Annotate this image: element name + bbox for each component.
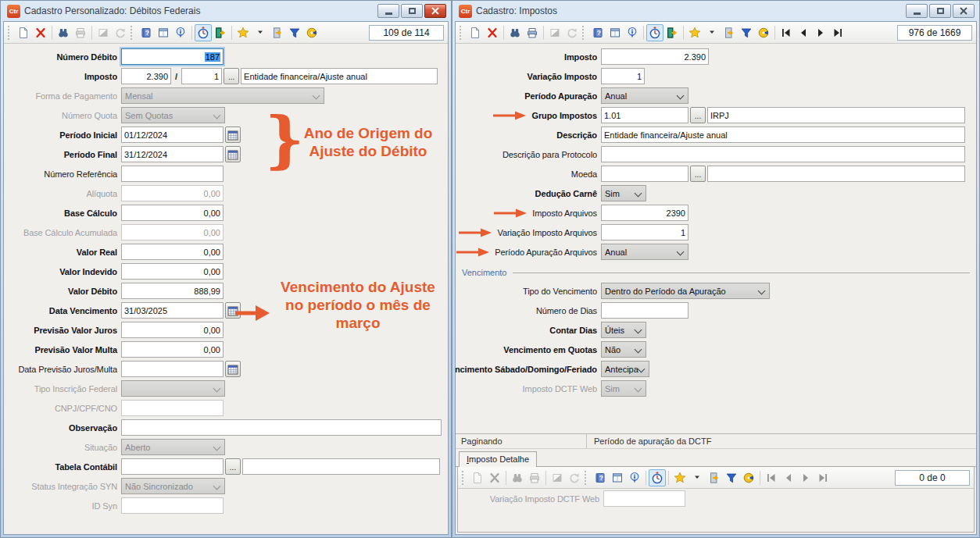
imposto-input[interactable] xyxy=(181,68,222,84)
data-previsao-juros-multa-input[interactable] xyxy=(121,361,224,377)
lock-ball-icon[interactable] xyxy=(755,24,772,41)
vencimento-em-quotas-combo[interactable]: Não xyxy=(601,341,646,358)
timer-icon[interactable] xyxy=(195,24,212,41)
toolbar-gripper[interactable] xyxy=(460,26,463,40)
left-titlebar[interactable]: Ctr Cadastro Personalizado: Débitos Fede… xyxy=(3,1,449,21)
help-book-icon[interactable]: ? xyxy=(592,469,609,486)
tabela-contabil-input[interactable] xyxy=(242,458,440,475)
caret-down-icon[interactable] xyxy=(703,24,721,41)
info-balloon-icon[interactable] xyxy=(172,24,189,41)
data-vencimento-input[interactable] xyxy=(121,302,224,319)
help-book-icon[interactable]: ? xyxy=(138,24,155,41)
go-to-icon[interactable] xyxy=(269,24,286,41)
periodo-final-calendar-button[interactable] xyxy=(225,146,241,162)
periodo-apuracao-arquivos-combo[interactable]: Anual xyxy=(601,244,689,260)
periodo-inicial-input[interactable] xyxy=(121,126,224,143)
deducao-carne-combo[interactable]: Sim xyxy=(601,185,646,201)
descricao-input[interactable] xyxy=(601,126,965,143)
right-titlebar[interactable]: Ctr Cadastro: Impostos xyxy=(455,1,977,21)
imposto-input[interactable] xyxy=(601,48,709,65)
tipo-vencimento-combo[interactable]: Dentro do Período da Apuração xyxy=(601,283,770,299)
previsao-valor-juros-input[interactable] xyxy=(121,322,224,338)
vencimento-sabado-domingo-feriado-combo[interactable]: Antecipa xyxy=(601,361,649,377)
search-binoculars-icon[interactable] xyxy=(55,24,72,41)
toolbar-gripper[interactable] xyxy=(462,471,466,485)
lock-ball-icon[interactable] xyxy=(740,469,757,486)
timer-icon[interactable] xyxy=(649,469,666,486)
favorites-star-icon[interactable] xyxy=(234,24,252,41)
toolbar-gripper[interactable] xyxy=(131,26,134,40)
imposto-arquivos-input[interactable] xyxy=(601,205,689,221)
valor-indevido-input[interactable] xyxy=(121,263,224,280)
favorites-star-icon[interactable] xyxy=(686,24,703,41)
grupo-impostos-input[interactable] xyxy=(707,107,965,123)
toolbar-gripper[interactable] xyxy=(8,26,12,40)
imposto-lookup-button[interactable]: ... xyxy=(224,68,239,84)
toolbar-gripper[interactable] xyxy=(585,471,588,485)
valor-real-input[interactable] xyxy=(121,244,224,260)
search-binoculars-icon[interactable] xyxy=(506,24,524,41)
lock-ball-icon[interactable] xyxy=(303,24,320,41)
maximize-button[interactable] xyxy=(401,4,423,18)
previsao-valor-multa-input[interactable] xyxy=(121,341,224,358)
grupo-impostos-input[interactable] xyxy=(601,107,689,123)
periodo-final-input[interactable] xyxy=(121,146,224,162)
form-view-icon[interactable] xyxy=(155,24,172,41)
imposto-input[interactable] xyxy=(121,68,171,84)
numero-dias-input[interactable] xyxy=(601,302,689,319)
contar-dias-combo[interactable]: Úteis xyxy=(601,322,646,338)
nav-next-icon xyxy=(797,469,814,486)
close-button[interactable] xyxy=(953,4,975,18)
filter-funnel-icon[interactable] xyxy=(738,24,755,41)
delete-x-icon[interactable] xyxy=(32,24,49,41)
moeda-input[interactable] xyxy=(601,166,689,182)
new-record-icon[interactable] xyxy=(467,24,484,41)
descricao-protocolo-input[interactable] xyxy=(601,146,965,162)
numero-referencia-input[interactable] xyxy=(121,166,224,182)
valor-debito-input[interactable] xyxy=(121,283,224,299)
new-record-icon[interactable] xyxy=(15,24,32,41)
base-calculo-input[interactable] xyxy=(121,205,224,221)
favorites-star-icon[interactable] xyxy=(671,469,689,486)
info-balloon-icon[interactable] xyxy=(624,24,641,41)
minimize-button[interactable] xyxy=(906,4,928,18)
minimize-button[interactable] xyxy=(377,4,399,18)
go-to-icon[interactable] xyxy=(706,469,723,486)
imposto-input[interactable] xyxy=(241,68,438,84)
help-book-icon[interactable]: ? xyxy=(589,24,606,41)
tabela-contabil-lookup-button[interactable]: ... xyxy=(225,458,241,475)
filter-funnel-icon[interactable] xyxy=(286,24,303,41)
form-view-icon[interactable] xyxy=(606,24,624,41)
periodo-inicial-calendar-button[interactable] xyxy=(225,126,241,143)
numero-debito-input[interactable]: 187 xyxy=(121,48,224,65)
delete-x-icon[interactable] xyxy=(484,24,501,41)
info-balloon-icon[interactable] xyxy=(626,469,643,486)
imposto-label: Imposto xyxy=(564,52,601,62)
maximize-button[interactable] xyxy=(929,4,951,18)
nav-first-icon[interactable] xyxy=(778,24,795,41)
nav-last-icon[interactable] xyxy=(829,24,846,41)
moeda-lookup-button[interactable]: ... xyxy=(690,166,706,182)
toolbar-gripper[interactable] xyxy=(582,26,586,40)
exit-door-icon[interactable] xyxy=(663,24,681,41)
tabela-contabil-input[interactable] xyxy=(121,458,224,475)
observacao-input[interactable] xyxy=(121,419,442,436)
tab-imposto-detalhe[interactable]: Imposto Detalhe xyxy=(459,451,537,467)
timer-icon[interactable] xyxy=(646,24,663,41)
nav-prev-icon[interactable] xyxy=(795,24,812,41)
form-view-icon[interactable] xyxy=(609,469,626,486)
close-button[interactable] xyxy=(424,4,446,18)
variacao-imposto-input[interactable] xyxy=(601,68,645,84)
variacao-imposto-arquivos-input[interactable] xyxy=(601,224,689,240)
nav-next-icon[interactable] xyxy=(812,24,829,41)
caret-down-icon[interactable] xyxy=(689,469,706,486)
moeda-input[interactable] xyxy=(707,166,965,182)
go-to-icon[interactable] xyxy=(721,24,738,41)
data-previsao-juros-multa-calendar-button[interactable] xyxy=(225,361,241,377)
grupo-impostos-lookup-button[interactable]: ... xyxy=(690,107,706,123)
caret-down-icon[interactable] xyxy=(252,24,269,41)
filter-funnel-icon[interactable] xyxy=(723,469,740,486)
periodo-apuracao-combo[interactable]: Anual xyxy=(601,87,689,104)
print-icon[interactable] xyxy=(524,24,541,41)
exit-door-icon[interactable] xyxy=(212,24,229,41)
